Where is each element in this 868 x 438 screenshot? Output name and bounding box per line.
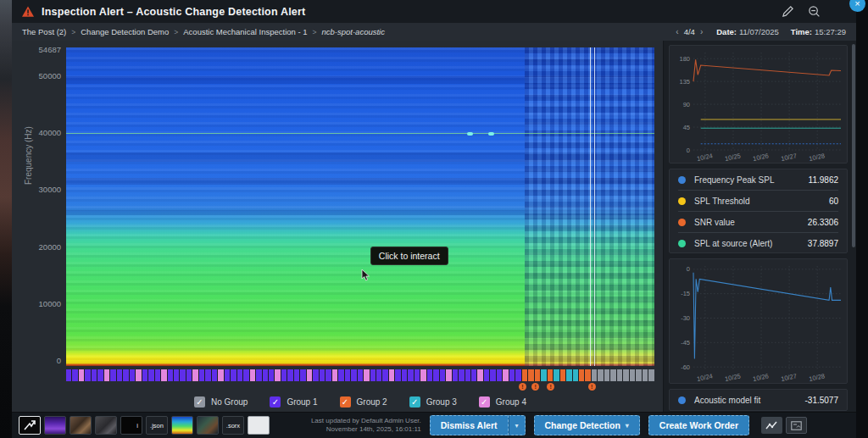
group-strip-block[interactable] [218,369,223,381]
group-strip-block[interactable] [465,369,470,381]
alert-marker-icon[interactable]: ! [531,383,539,391]
group-strip-block[interactable] [307,369,312,381]
group-strip-block[interactable] [471,369,476,381]
group-strip-block[interactable] [338,369,343,381]
dismiss-alert-dropdown[interactable]: ▾ [509,415,526,435]
group-strip-block[interactable] [72,369,77,381]
group-strip-block[interactable] [123,369,128,381]
group-strip-block[interactable] [459,369,464,381]
purple-spectrogram-thumbnail[interactable] [44,416,66,435]
group-strip-block[interactable] [420,369,426,381]
group-strip-block[interactable] [630,369,635,381]
checkbox-checked-icon[interactable]: ✓ [479,396,490,408]
group-strip-block[interactable] [617,369,622,381]
group-strip-block[interactable] [382,369,387,381]
group-strip-block[interactable] [130,369,135,381]
breadcrumb-item[interactable]: ncb-spot-acoustic [322,27,385,36]
group-strip-block[interactable] [364,369,369,381]
group-strip-block[interactable] [446,369,451,381]
group-strip-block[interactable] [415,369,420,381]
breadcrumb-item[interactable]: Acoustic Mechanical Inspection - 1 [183,27,307,36]
group-strip-block[interactable] [490,369,495,381]
group-strip-block[interactable] [560,369,565,381]
dismiss-alert-button[interactable]: Dismiss Alert [430,415,509,435]
group-strip-block[interactable] [585,369,590,381]
group-strip-block[interactable] [180,369,185,381]
group-strip-block[interactable] [623,369,628,381]
group-strip-block[interactable] [592,369,597,381]
group-strip-block[interactable] [250,369,255,381]
group-strip-block[interactable] [79,369,84,381]
waveform-arrow-thumbnail[interactable] [19,416,41,435]
photo-thumbnail-3[interactable] [197,416,219,435]
group-strip-block[interactable] [427,369,432,381]
checkbox-checked-icon[interactable]: ✓ [194,396,205,408]
black-info-thumbnail[interactable]: i [120,416,142,435]
group-strip-block[interactable] [497,369,502,381]
group-strip-block[interactable] [548,369,553,381]
group-strip-block[interactable] [484,369,489,381]
change-detection-button[interactable]: Change Detection ▾ [534,415,640,435]
group-strip-block[interactable] [433,369,438,381]
create-work-order-button[interactable]: Create Work Order [648,415,749,435]
group-strip-block[interactable] [97,369,103,381]
alert-marker-icon[interactable]: ! [519,383,526,391]
group-strip-block[interactable] [275,369,280,381]
group-strip-block[interactable] [636,369,641,381]
group-strip-block[interactable] [225,369,230,381]
group-strip-block[interactable] [199,369,204,381]
edit-pencil-icon[interactable] [782,5,794,18]
group-toggle-group-1[interactable]: ✓Group 1 [270,396,317,408]
checkbox-checked-icon[interactable]: ✓ [409,396,420,408]
breadcrumb-item[interactable]: Change Detection Demo [81,27,169,36]
report-view-button[interactable] [786,417,807,434]
group-strip-block[interactable] [326,369,331,381]
spectrogram-plot[interactable]: Click to interact [66,47,654,366]
group-strip-block[interactable] [148,369,153,381]
group-toggle-group-3[interactable]: ✓Group 3 [409,396,457,408]
group-strip-block[interactable] [395,369,400,381]
group-strip-block[interactable] [66,369,71,381]
group-strip-block[interactable] [136,369,141,381]
group-strip-block[interactable] [345,369,350,381]
group-strip-block[interactable] [104,369,109,381]
group-strip-block[interactable] [85,369,90,381]
group-strip-block[interactable] [142,369,147,381]
group-strip-block[interactable] [541,369,546,381]
group-strip-block[interactable] [522,369,527,381]
group-strip-block[interactable] [192,369,198,381]
group-strip-block[interactable] [402,369,407,381]
alert-marker-icon[interactable]: ! [547,383,554,391]
group-classification-strip[interactable] [66,369,654,381]
group-strip-block[interactable] [117,369,122,381]
group-strip-block[interactable] [358,369,363,381]
group-strip-block[interactable] [528,369,533,381]
sidebar-scrollbar[interactable] [852,44,855,247]
group-strip-block[interactable] [453,369,458,381]
group-strip-block[interactable] [648,369,654,381]
group-strip-block[interactable] [313,369,318,381]
zoom-out-icon[interactable] [808,5,821,18]
line-chart-view-button[interactable] [761,417,782,434]
group-strip-block[interactable] [598,369,603,381]
group-strip-block[interactable] [440,369,445,381]
group-strip-block[interactable] [579,369,584,381]
group-strip-block[interactable] [509,369,515,381]
group-strip-block[interactable] [610,369,615,381]
sorx-file-thumbnail[interactable]: .sorx [222,416,244,435]
group-strip-block[interactable] [643,369,648,381]
page-prev-arrow[interactable]: ‹ [674,27,680,36]
group-strip-block[interactable] [243,369,248,381]
group-strip-block[interactable] [281,369,287,381]
group-strip-block[interactable] [351,369,356,381]
checkbox-checked-icon[interactable]: ✓ [270,396,281,408]
photo-thumbnail-2[interactable] [95,416,117,435]
group-strip-block[interactable] [554,369,559,381]
group-strip-block[interactable] [332,369,337,381]
color-spectrogram-thumbnail[interactable] [171,416,193,435]
group-strip-block[interactable] [174,369,179,381]
group-strip-block[interactable] [256,369,261,381]
group-strip-block[interactable] [269,369,274,381]
group-strip-block[interactable] [503,369,508,381]
group-strip-block[interactable] [92,369,97,381]
